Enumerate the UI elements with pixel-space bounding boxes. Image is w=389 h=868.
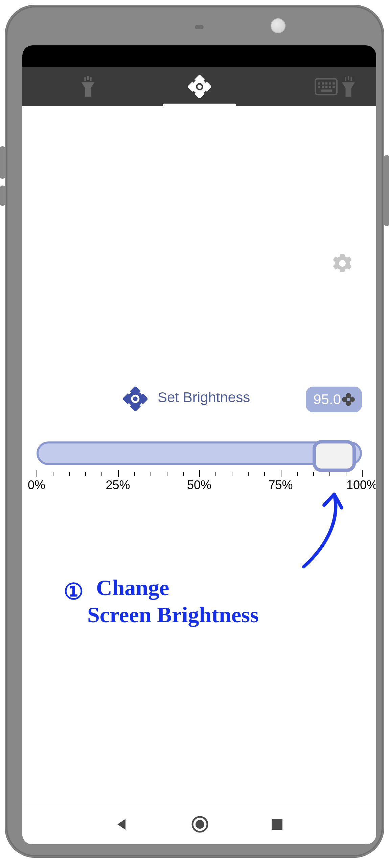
tick-minor (151, 472, 151, 476)
svg-rect-19 (325, 86, 327, 88)
svg-rect-13 (322, 82, 324, 84)
back-button[interactable] (115, 818, 129, 831)
tick-minor (183, 472, 184, 476)
tick-label: 0% (28, 478, 45, 492)
tick-minor (53, 472, 53, 476)
brightness-value: 95.0 (313, 391, 341, 408)
status-bar (22, 45, 376, 67)
slider-scale: 0%25%50%75%100% (37, 470, 362, 494)
svg-rect-2 (87, 76, 89, 80)
svg-point-33 (133, 396, 138, 401)
brightness-icon (342, 393, 355, 406)
tick-major (281, 470, 281, 477)
tick-major (118, 470, 119, 477)
gear-icon[interactable] (331, 253, 353, 274)
keyboard-icon[interactable] (315, 75, 338, 98)
torch-icon[interactable] (337, 75, 360, 98)
tick-major (362, 470, 363, 477)
tick-major (199, 470, 200, 477)
svg-rect-14 (325, 82, 327, 84)
svg-rect-12 (318, 82, 320, 84)
tick-minor (232, 472, 232, 476)
home-button[interactable] (191, 816, 209, 833)
tick-minor (167, 472, 167, 476)
svg-rect-24 (350, 77, 352, 81)
svg-marker-26 (342, 82, 355, 97)
svg-rect-17 (318, 86, 320, 88)
tick-minor (264, 472, 265, 476)
tick-minor (134, 472, 135, 476)
tick-minor (101, 472, 102, 476)
navigation-bar (22, 804, 376, 844)
tick-label: 50% (187, 478, 211, 492)
tick-minor (329, 472, 330, 476)
tick-label: 100% (346, 478, 376, 492)
svg-rect-25 (348, 76, 349, 80)
svg-rect-23 (345, 77, 346, 81)
svg-rect-15 (329, 82, 331, 84)
svg-rect-22 (321, 90, 332, 92)
svg-rect-1 (90, 77, 91, 81)
tick-label: 75% (268, 478, 293, 492)
recent-apps-button[interactable] (271, 818, 283, 830)
svg-rect-16 (333, 82, 335, 84)
tick-minor (346, 472, 346, 476)
tick-minor (297, 472, 298, 476)
svg-rect-0 (84, 77, 86, 81)
slider-thumb[interactable] (313, 440, 356, 472)
svg-point-10 (198, 85, 202, 89)
brightness-slider[interactable] (37, 441, 362, 465)
content-area: Set Brightness 95.0 (22, 106, 376, 844)
tick-major (37, 470, 37, 477)
annotation-overlay: ① Change Screen Brightness (53, 489, 351, 645)
tick-minor (313, 472, 314, 476)
front-camera (271, 18, 285, 33)
svg-rect-18 (322, 86, 324, 88)
brightness-icon (123, 387, 147, 411)
svg-point-42 (196, 820, 204, 829)
tick-minor (69, 472, 70, 476)
screen: Set Brightness 95.0 (22, 45, 376, 844)
svg-marker-40 (117, 819, 125, 830)
earpiece-speaker (195, 25, 204, 29)
svg-point-39 (347, 398, 350, 401)
tick-minor (215, 472, 216, 476)
phone-frame: Set Brightness 95.0 (5, 5, 384, 858)
svg-marker-3 (82, 82, 94, 97)
tick-minor (248, 472, 249, 476)
power-button[interactable] (384, 155, 389, 226)
svg-rect-21 (333, 86, 335, 88)
annotation-line-1: Change (96, 575, 169, 600)
torch-icon[interactable] (76, 75, 99, 98)
brightness-value-badge[interactable]: 95.0 (306, 387, 362, 412)
svg-rect-20 (329, 86, 331, 88)
active-tab-indicator (163, 104, 236, 106)
svg-rect-43 (272, 819, 282, 830)
tick-minor (85, 472, 86, 476)
brightness-label: Set Brightness (158, 389, 250, 406)
brightness-icon[interactable] (188, 75, 211, 98)
annotation-line-2: Screen Brightness (87, 602, 259, 627)
annotation-step-number: ① (64, 579, 84, 604)
tab-bar (22, 67, 376, 106)
tick-label: 25% (106, 478, 130, 492)
